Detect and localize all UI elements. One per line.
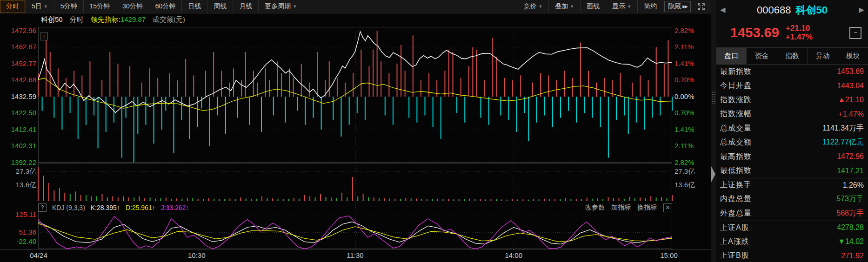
minimize-icon[interactable]: − [849,27,861,39]
quote-row-label: 指数涨跌 [720,95,752,105]
volume-bar [656,197,657,201]
pct-tick: 2.11% [674,42,710,52]
volume-bar [661,197,662,201]
quote-row-label: 上证A股 [720,223,749,233]
impulse-bar [393,97,394,125]
volume-bar [640,197,641,201]
quote-header: ◀ 000688 科创50 ▶ 1453.69 +21.10 +1.47% − [716,0,868,48]
toolbar-tab-daily[interactable]: 日线 [182,0,207,13]
volume-bar [101,194,102,201]
impulse-bar [209,97,210,146]
tab-zhishu[interactable]: 指数 [777,48,807,64]
tab-yidong[interactable]: 异动 [807,48,837,64]
tab-zijin[interactable]: 资金 [746,48,776,64]
volume-bar [602,199,603,201]
toolbar-tab-30min[interactable]: 30分钟 [116,0,149,13]
tab-bankuai[interactable]: 板块 [838,48,868,64]
volume-bar [267,198,268,201]
toolbar-label: 月线 [239,2,252,11]
quote-row-label: 上A涨跌 [720,237,749,247]
quote-row-index-pct: 指数涨幅+1.47% [716,107,868,122]
leading-indicator-line [38,78,672,111]
toolbar-tab-5min[interactable]: 5分钟 [54,0,84,13]
pct-tick: 1.41% [674,125,710,134]
volume-bar [363,194,364,201]
toolbar-fullscreen-button[interactable] [692,0,711,13]
toolbar-tab-fenshi[interactable]: 分时 [0,0,26,13]
impulse-bar [225,97,226,134]
impulse-bar [185,59,186,97]
volume-bar [565,198,566,201]
impulse-bar [377,31,378,97]
kdj-change-params-button[interactable]: 改参数 [585,203,605,212]
impulse-bar [189,97,190,139]
price-tick: 1472.96 [0,26,36,35]
close-icon[interactable]: ✕ [663,203,672,212]
prev-stock-icon[interactable]: ◀ [720,6,726,14]
toolbar-tab-more-periods[interactable]: 更多周期▼ [259,0,303,13]
kdj-switch-indicator-button[interactable]: 换指标 [637,203,657,212]
impulse-bar [161,97,162,130]
impulse-bar [337,78,338,97]
impulse-bar [145,97,146,125]
volume-bar [459,199,460,201]
impulse-bar [624,97,625,115]
toolbar-tab-15min[interactable]: 15分钟 [84,0,117,13]
quote-row-today-open: 今日开盘1443.04 [716,79,868,93]
impulse-bar [388,73,389,97]
double-arrow-icon: ▶▶ [682,4,687,9]
quote-row-label: 最低指数 [720,166,752,176]
impulse-bar [504,78,505,97]
impulse-bar [508,97,509,120]
change-percent: +1.47% [786,33,813,41]
tab-pankou[interactable]: 盘口 [716,48,746,64]
kdj-k-value: K:28.395↑ [91,204,120,211]
toolbar-btn-simple[interactable]: 简约 [638,0,663,13]
toolbar-btn-overlay[interactable]: 叠加▼ [549,0,581,13]
kdj-K-line [38,222,672,244]
kdj-add-indicator-button[interactable]: 加指标 [611,203,631,212]
volume-bar [517,199,518,201]
impulse-bar [524,97,525,113]
toolbar-tab-monthly[interactable]: 月线 [233,0,259,13]
impulse-bar [70,97,71,113]
impulse-bar [500,97,501,115]
chevron-down-icon: ▼ [627,4,631,9]
price-tick: 1432.59 [0,92,36,101]
impulse-bar [58,68,59,97]
chevron-down-icon: ▼ [293,4,297,9]
impulse-bar [632,83,633,97]
price-row: 1453.69 +21.10 +1.47% − [716,20,868,45]
toolbar-btn-hide[interactable]: 隐藏▶▶ [664,1,691,12]
impulse-bar [548,75,549,97]
drag-grip-icon[interactable] [712,91,716,104]
impulse-bar [616,97,617,120]
toolbar-tab-weekly[interactable]: 周线 [207,0,233,13]
volume-bar [38,167,39,201]
time-label: 11:30 [339,251,372,259]
collapse-panel-icon[interactable] [711,166,715,182]
next-stock-icon[interactable]: ▶ [859,6,864,14]
volume-bar [618,198,619,201]
toolbar-btn-draw-line[interactable]: 画线 [581,0,606,13]
toolbar-btn-display[interactable]: 显示▼ [606,0,638,13]
quote-row-label: 总成交量 [720,124,752,133]
impulse-bar [285,97,286,123]
toolbar-label: 30分钟 [122,2,143,11]
impulse-bar [221,71,222,97]
toolbar-btn-auction[interactable]: 竞价▼ [517,0,549,13]
volume-bar [442,199,443,201]
quote-row-total-turnover: 总成交额1122.77亿元 [716,136,868,150]
toolbar-label: 画线 [587,2,600,11]
toolbar-tab-5day[interactable]: 5日▼ [26,0,54,13]
quote-row-label: 上证换手 [720,180,752,190]
volume-bar [155,199,156,201]
impulse-bar [321,97,322,130]
toolbar-tab-60min[interactable]: 60分钟 [149,0,182,13]
quote-row-value: 271.92 [841,252,864,260]
quote-row-label: 指数涨幅 [720,109,752,119]
impulse-bar [114,97,114,123]
impulse-bar [317,52,318,97]
plus-box-icon[interactable]: + [40,33,48,40]
help-icon[interactable]: ? [38,203,47,212]
